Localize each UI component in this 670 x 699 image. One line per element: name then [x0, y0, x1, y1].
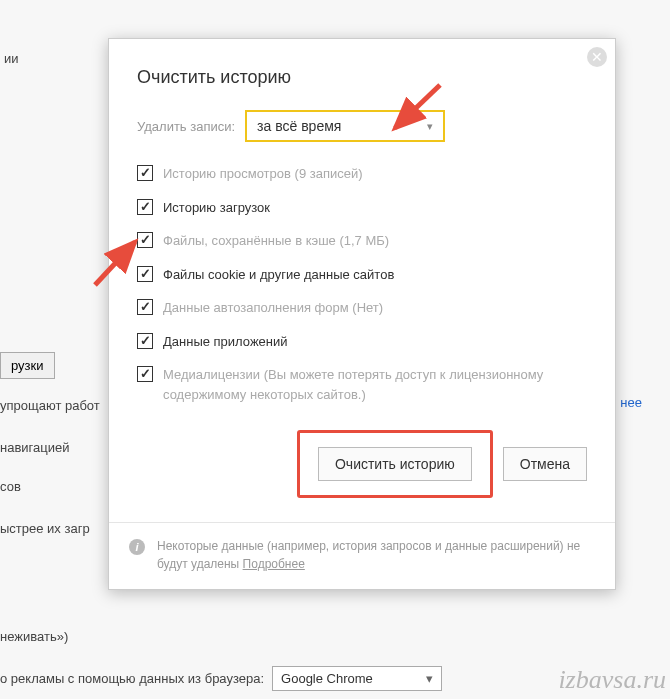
checkbox[interactable]: [137, 366, 153, 382]
checkbox[interactable]: [137, 299, 153, 315]
clear-history-dialog: ✕ Очистить историю Удалить записи: за вс…: [108, 38, 616, 590]
info-icon: i: [129, 539, 145, 555]
clear-history-button[interactable]: Очистить историю: [318, 447, 472, 481]
watermark: izbavsa.ru: [558, 665, 666, 695]
checkbox-row: Данные автозаполнения форм (Нет): [137, 298, 587, 318]
cancel-button[interactable]: Отмена: [503, 447, 587, 481]
footer-text: Некоторые данные (например, история запр…: [157, 537, 595, 573]
time-range-select[interactable]: за всё время ▾: [245, 110, 445, 142]
checkbox-row: Медиалицензии (Вы можете потерять доступ…: [137, 365, 587, 404]
checkbox-row: Данные приложений: [137, 332, 587, 352]
checkbox[interactable]: [137, 266, 153, 282]
checkbox-row: Файлы, сохранённые в кэше (1,7 МБ): [137, 231, 587, 251]
checkbox-label: Медиалицензии (Вы можете потерять доступ…: [163, 365, 587, 404]
checkbox-row: Файлы cookie и другие данные сайтов: [137, 265, 587, 285]
browser-select[interactable]: Google Chrome: [272, 666, 442, 691]
range-value: за всё время: [257, 118, 341, 134]
bg-fragment: неживать»): [0, 628, 670, 646]
range-label: Удалить записи:: [137, 119, 235, 134]
downloads-button[interactable]: рузки: [0, 352, 55, 379]
checkbox-list: Историю просмотров (9 записей)Историю за…: [137, 164, 587, 404]
checkbox-label: Историю загрузок: [163, 198, 270, 218]
checkbox-label: Файлы, сохранённые в кэше (1,7 МБ): [163, 231, 389, 251]
checkbox[interactable]: [137, 199, 153, 215]
checkbox-label: Файлы cookie и другие данные сайтов: [163, 265, 394, 285]
checkbox-row: Историю загрузок: [137, 198, 587, 218]
checkbox-label: Данные автозаполнения форм (Нет): [163, 298, 383, 318]
primary-highlight: Очистить историю: [297, 430, 493, 498]
footer-more-link[interactable]: Подробнее: [243, 557, 305, 571]
checkbox[interactable]: [137, 165, 153, 181]
checkbox[interactable]: [137, 232, 153, 248]
dialog-title: Очистить историю: [137, 67, 587, 88]
chevron-down-icon: ▾: [427, 120, 433, 133]
close-icon[interactable]: ✕: [587, 47, 607, 67]
dialog-footer: i Некоторые данные (например, история за…: [109, 522, 615, 589]
checkbox-label: Данные приложений: [163, 332, 288, 352]
checkbox-label: Историю просмотров (9 записей): [163, 164, 363, 184]
checkbox[interactable]: [137, 333, 153, 349]
more-link[interactable]: нее: [620, 395, 642, 410]
bg-ads-label: о рекламы с помощью данных из браузера:: [0, 670, 264, 688]
checkbox-row: Историю просмотров (9 записей): [137, 164, 587, 184]
